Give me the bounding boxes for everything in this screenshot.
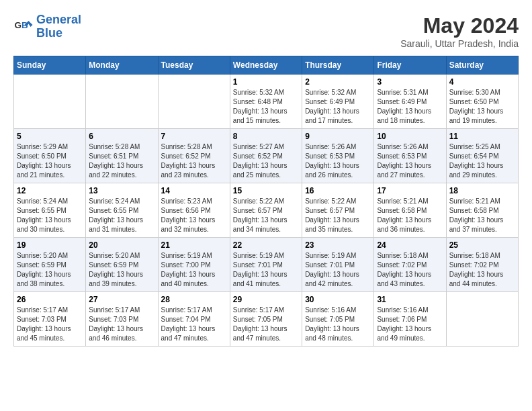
calendar-cell: 10Sunrise: 5:26 AMSunset: 6:53 PMDayligh… (374, 129, 446, 183)
calendar-cell: 6Sunrise: 5:28 AMSunset: 6:51 PMDaylight… (86, 129, 158, 183)
day-number: 25 (449, 240, 515, 250)
day-number: 21 (161, 240, 227, 250)
calendar-cell (86, 75, 158, 129)
calendar-week-row: 12Sunrise: 5:24 AMSunset: 6:55 PMDayligh… (14, 183, 519, 238)
calendar-cell: 24Sunrise: 5:18 AMSunset: 7:02 PMDayligh… (374, 238, 446, 292)
calendar-cell: 3Sunrise: 5:31 AMSunset: 6:49 PMDaylight… (374, 75, 446, 129)
day-info: Sunrise: 5:16 AMSunset: 7:06 PMDaylight:… (377, 306, 443, 343)
day-info: Sunrise: 5:26 AMSunset: 6:53 PMDaylight:… (305, 142, 371, 180)
day-info: Sunrise: 5:32 AMSunset: 6:49 PMDaylight:… (305, 88, 371, 126)
day-number: 3 (377, 77, 443, 87)
logo: G B General Blue (13, 13, 81, 40)
day-info: Sunrise: 5:19 AMSunset: 7:00 PMDaylight:… (161, 251, 227, 289)
weekday-header-cell: Monday (86, 56, 158, 75)
day-number: 30 (305, 295, 371, 304)
day-number: 10 (377, 132, 443, 141)
weekday-header-row: SundayMondayTuesdayWednesdayThursdayFrid… (14, 56, 519, 75)
day-info: Sunrise: 5:18 AMSunset: 7:02 PMDaylight:… (377, 251, 443, 289)
calendar-cell: 8Sunrise: 5:27 AMSunset: 6:52 PMDaylight… (230, 129, 302, 183)
calendar-cell: 11Sunrise: 5:25 AMSunset: 6:54 PMDayligh… (446, 129, 518, 183)
logo-line1: General (36, 13, 81, 26)
calendar-cell (14, 75, 86, 129)
day-info: Sunrise: 5:31 AMSunset: 6:49 PMDaylight:… (377, 88, 443, 126)
day-number: 5 (17, 132, 83, 141)
day-info: Sunrise: 5:21 AMSunset: 6:58 PMDaylight:… (449, 197, 515, 234)
logo-line2: Blue (36, 26, 62, 40)
calendar-week-row: 26Sunrise: 5:17 AMSunset: 7:03 PMDayligh… (14, 292, 519, 347)
weekday-header-cell: Sunday (14, 56, 86, 75)
weekday-header-cell: Friday (374, 56, 446, 75)
day-number: 13 (89, 186, 154, 195)
day-number: 31 (377, 295, 443, 304)
weekday-header-cell: Tuesday (158, 56, 230, 75)
day-number: 16 (305, 186, 371, 195)
day-info: Sunrise: 5:24 AMSunset: 6:55 PMDaylight:… (89, 197, 154, 234)
calendar-cell: 25Sunrise: 5:18 AMSunset: 7:02 PMDayligh… (446, 238, 518, 292)
day-info: Sunrise: 5:20 AMSunset: 6:59 PMDaylight:… (89, 251, 154, 289)
day-number: 4 (449, 77, 515, 87)
day-info: Sunrise: 5:22 AMSunset: 6:57 PMDaylight:… (305, 197, 371, 234)
day-number: 7 (161, 132, 227, 141)
day-number: 2 (305, 77, 371, 87)
day-number: 14 (161, 186, 227, 195)
logo-icon: G B (13, 17, 34, 37)
calendar-cell: 1Sunrise: 5:32 AMSunset: 6:48 PMDaylight… (230, 75, 302, 129)
calendar-cell: 22Sunrise: 5:19 AMSunset: 7:01 PMDayligh… (230, 238, 302, 292)
logo-text: General Blue (36, 13, 81, 40)
svg-text:G: G (15, 19, 22, 30)
page-header: G B General Blue May 2024 Sarauli, Uttar… (13, 13, 519, 49)
day-info: Sunrise: 5:20 AMSunset: 6:59 PMDaylight:… (17, 251, 83, 289)
day-info: Sunrise: 5:17 AMSunset: 7:03 PMDaylight:… (89, 306, 154, 343)
day-info: Sunrise: 5:24 AMSunset: 6:55 PMDaylight:… (17, 197, 83, 234)
calendar-cell: 7Sunrise: 5:28 AMSunset: 6:52 PMDaylight… (158, 129, 230, 183)
day-info: Sunrise: 5:21 AMSunset: 6:58 PMDaylight:… (377, 197, 443, 234)
day-info: Sunrise: 5:26 AMSunset: 6:53 PMDaylight:… (377, 142, 443, 180)
calendar-cell: 31Sunrise: 5:16 AMSunset: 7:06 PMDayligh… (374, 292, 446, 347)
day-number: 18 (449, 186, 515, 195)
calendar-cell: 15Sunrise: 5:22 AMSunset: 6:57 PMDayligh… (230, 183, 302, 238)
day-number: 9 (305, 132, 371, 141)
day-info: Sunrise: 5:19 AMSunset: 7:01 PMDaylight:… (305, 251, 371, 289)
day-number: 24 (377, 240, 443, 250)
day-info: Sunrise: 5:29 AMSunset: 6:50 PMDaylight:… (17, 142, 83, 180)
calendar-cell: 27Sunrise: 5:17 AMSunset: 7:03 PMDayligh… (86, 292, 158, 347)
day-info: Sunrise: 5:23 AMSunset: 6:56 PMDaylight:… (161, 197, 227, 234)
calendar-cell: 26Sunrise: 5:17 AMSunset: 7:03 PMDayligh… (14, 292, 86, 347)
day-number: 20 (89, 240, 154, 250)
calendar-cell: 20Sunrise: 5:20 AMSunset: 6:59 PMDayligh… (86, 238, 158, 292)
day-number: 17 (377, 186, 443, 195)
day-info: Sunrise: 5:17 AMSunset: 7:05 PMDaylight:… (233, 306, 299, 343)
day-info: Sunrise: 5:17 AMSunset: 7:04 PMDaylight:… (161, 306, 227, 343)
day-number: 12 (17, 186, 83, 195)
calendar-cell: 16Sunrise: 5:22 AMSunset: 6:57 PMDayligh… (302, 183, 374, 238)
calendar-week-row: 1Sunrise: 5:32 AMSunset: 6:48 PMDaylight… (14, 75, 519, 129)
month-title: May 2024 (400, 13, 519, 38)
day-info: Sunrise: 5:19 AMSunset: 7:01 PMDaylight:… (233, 251, 299, 289)
day-info: Sunrise: 5:27 AMSunset: 6:52 PMDaylight:… (233, 142, 299, 180)
day-number: 15 (233, 186, 299, 195)
calendar-cell: 30Sunrise: 5:16 AMSunset: 7:05 PMDayligh… (302, 292, 374, 347)
calendar-cell: 28Sunrise: 5:17 AMSunset: 7:04 PMDayligh… (158, 292, 230, 347)
calendar-cell: 17Sunrise: 5:21 AMSunset: 6:58 PMDayligh… (374, 183, 446, 238)
day-info: Sunrise: 5:16 AMSunset: 7:05 PMDaylight:… (305, 306, 371, 343)
calendar-cell: 29Sunrise: 5:17 AMSunset: 7:05 PMDayligh… (230, 292, 302, 347)
day-number: 1 (233, 77, 299, 87)
day-number: 29 (233, 295, 299, 304)
calendar-body: 1Sunrise: 5:32 AMSunset: 6:48 PMDaylight… (14, 75, 519, 347)
day-info: Sunrise: 5:22 AMSunset: 6:57 PMDaylight:… (233, 197, 299, 234)
day-number: 28 (161, 295, 227, 304)
day-info: Sunrise: 5:25 AMSunset: 6:54 PMDaylight:… (449, 142, 515, 180)
location: Sarauli, Uttar Pradesh, India (400, 38, 519, 49)
calendar-cell: 5Sunrise: 5:29 AMSunset: 6:50 PMDaylight… (14, 129, 86, 183)
day-number: 26 (17, 295, 83, 304)
calendar-cell: 14Sunrise: 5:23 AMSunset: 6:56 PMDayligh… (158, 183, 230, 238)
calendar-cell: 9Sunrise: 5:26 AMSunset: 6:53 PMDaylight… (302, 129, 374, 183)
calendar-cell: 4Sunrise: 5:30 AMSunset: 6:50 PMDaylight… (446, 75, 518, 129)
day-info: Sunrise: 5:28 AMSunset: 6:52 PMDaylight:… (161, 142, 227, 180)
calendar-cell: 12Sunrise: 5:24 AMSunset: 6:55 PMDayligh… (14, 183, 86, 238)
day-number: 23 (305, 240, 371, 250)
day-info: Sunrise: 5:28 AMSunset: 6:51 PMDaylight:… (89, 142, 154, 180)
weekday-header-cell: Saturday (446, 56, 518, 75)
weekday-header-cell: Wednesday (230, 56, 302, 75)
day-number: 22 (233, 240, 299, 250)
